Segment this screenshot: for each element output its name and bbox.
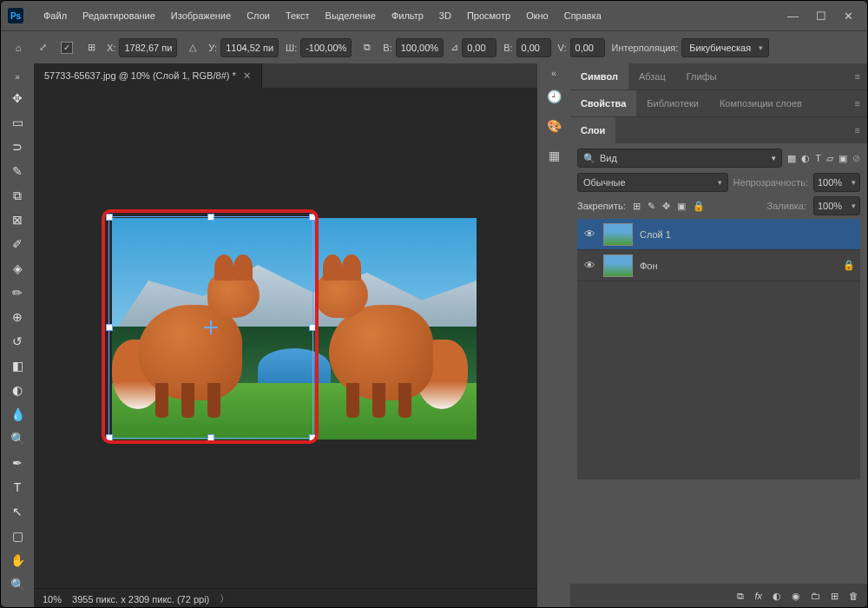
handle-bot-left[interactable] (106, 434, 113, 441)
handle-bot-right[interactable] (309, 434, 316, 441)
handle-top-left[interactable] (106, 214, 113, 221)
delete-layer-icon[interactable]: 🗑 (849, 591, 858, 601)
history-panel-icon[interactable]: 🕘 (542, 85, 565, 108)
panel-menu-icon[interactable]: ≡ (848, 71, 867, 82)
fill-input[interactable]: 100% (813, 196, 860, 215)
menu-select[interactable]: Выделение (318, 10, 384, 21)
home-icon[interactable]: ⌂ (10, 39, 27, 56)
eraser-tool-icon[interactable]: ◧ (4, 354, 30, 377)
frame-tool-icon[interactable]: ⊠ (4, 208, 30, 231)
swap-xy-icon[interactable]: △ (184, 39, 201, 56)
tab-layers[interactable]: Слои (570, 117, 615, 143)
zoom-level[interactable]: 10% (43, 594, 62, 605)
layer-filter-kind[interactable]: 🔍Вид▾ (577, 149, 782, 168)
shape-tool-icon[interactable]: ▢ (4, 525, 30, 547)
menu-image[interactable]: Изображение (163, 10, 239, 21)
layer-mask-icon[interactable]: ◐ (773, 591, 781, 602)
menu-layers[interactable]: Слои (239, 10, 278, 21)
layer-row[interactable]: 👁 Фон 🔒 (577, 250, 860, 281)
move-tool-icon[interactable]: ✥ (4, 87, 30, 109)
hand-tool-icon[interactable]: ✋ (4, 549, 30, 572)
handle-mid-right[interactable] (309, 324, 316, 331)
minimize-icon[interactable]: — (787, 10, 799, 23)
transform-center-icon[interactable] (204, 321, 218, 334)
marquee-tool-icon[interactable]: ▭ (4, 111, 30, 134)
filter-type-icon[interactable]: T (815, 153, 821, 164)
vskew-input[interactable]: 0,00 (570, 38, 605, 57)
menu-3d[interactable]: 3D (431, 10, 459, 21)
menu-help[interactable]: Справка (556, 10, 609, 21)
transform-bounding-box[interactable] (108, 216, 313, 439)
handle-top-mid[interactable] (207, 214, 214, 221)
menu-view[interactable]: Просмотр (459, 10, 518, 21)
visibility-icon[interactable]: 👁 (582, 259, 596, 272)
dodge-tool-icon[interactable]: 🔍 (4, 427, 30, 450)
color-panel-icon[interactable]: 🎨 (542, 115, 565, 137)
status-more-icon[interactable]: 〉 (220, 592, 229, 605)
tab-glyphs[interactable]: Глифы (676, 63, 727, 89)
tab-close-icon[interactable]: ✕ (243, 70, 251, 82)
visibility-icon[interactable]: 👁 (582, 228, 596, 241)
filter-smart-icon[interactable]: ▣ (838, 153, 847, 164)
handle-mid-left[interactable] (106, 324, 113, 331)
gradient-tool-icon[interactable]: ◐ (4, 379, 30, 401)
menu-edit[interactable]: Редактирование (75, 10, 163, 21)
zoom-tool-icon[interactable]: 🔍 (4, 573, 30, 596)
filter-adjust-icon[interactable]: ◐ (801, 153, 810, 164)
path-select-icon[interactable]: ↖ (4, 500, 30, 523)
layer-row[interactable]: 👁 Слой 1 (577, 219, 860, 250)
eyedropper-tool-icon[interactable]: ✐ (4, 233, 30, 255)
layer-fx-icon[interactable]: fx (754, 591, 762, 601)
link-layers-icon[interactable]: ⧉ (737, 591, 744, 602)
quick-select-tool-icon[interactable]: ✎ (4, 160, 30, 182)
menu-window[interactable]: Окно (518, 10, 556, 21)
panel-menu-icon[interactable]: ≡ (848, 125, 867, 135)
filter-toggle-icon[interactable]: ⊘ (852, 153, 860, 164)
opacity-input[interactable]: 100% (813, 173, 860, 192)
interp-select[interactable]: Бикубическая (681, 38, 769, 57)
lock-all-icon[interactable]: 🔒 (693, 201, 705, 212)
swatches-panel-icon[interactable]: ▦ (542, 144, 565, 167)
tab-paragraph[interactable]: Абзац (628, 63, 676, 89)
y-input[interactable]: 1104,52 пи (220, 38, 279, 57)
lock-artboard-icon[interactable]: ▣ (677, 201, 686, 212)
link-wh-icon[interactable]: ⧉ (358, 39, 376, 56)
canvas[interactable] (34, 88, 537, 588)
w-input[interactable]: -100,00% (300, 38, 352, 57)
checkbox-icon[interactable]: ✓ (58, 39, 76, 56)
layer-name[interactable]: Слой 1 (640, 229, 671, 240)
h-input[interactable]: 100,00% (396, 38, 444, 57)
close-icon[interactable]: ✕ (844, 10, 853, 23)
menu-text[interactable]: Текст (278, 10, 318, 21)
blend-mode-select[interactable]: Обычные (577, 173, 728, 192)
reference-point-icon[interactable]: ⊞ (82, 39, 100, 56)
history-brush-icon[interactable]: ↺ (4, 330, 30, 353)
tab-character[interactable]: Символ (570, 63, 628, 89)
clone-tool-icon[interactable]: ⊕ (4, 306, 30, 328)
menu-filter[interactable]: Фильтр (384, 10, 431, 21)
handle-bot-mid[interactable] (207, 434, 214, 441)
document-tab[interactable]: 57733-65637.jpg @ 10% (Слой 1, RGB/8#) *… (34, 63, 262, 88)
maximize-icon[interactable]: ☐ (816, 10, 826, 23)
new-layer-icon[interactable]: ⊞ (831, 591, 838, 602)
panel-menu-icon[interactable]: ≡ (848, 98, 867, 109)
handle-top-right[interactable] (309, 214, 316, 221)
x-input[interactable]: 1782,67 пи (119, 38, 177, 57)
lock-pixels-icon[interactable]: ⊞ (633, 201, 641, 212)
brush-tool-icon[interactable]: ✏ (4, 281, 30, 304)
strip-expand-icon[interactable]: « (551, 69, 556, 78)
filter-pixel-icon[interactable]: ▩ (787, 153, 796, 164)
lock-position-icon[interactable]: ✥ (662, 201, 670, 212)
filter-shape-icon[interactable]: ▱ (826, 153, 833, 164)
layer-name[interactable]: Фон (640, 261, 658, 271)
lasso-tool-icon[interactable]: ⊃ (4, 135, 30, 158)
angle-input[interactable]: 0,00 (462, 38, 496, 57)
type-tool-icon[interactable]: T (4, 476, 30, 499)
pen-tool-icon[interactable]: ✒ (4, 452, 30, 474)
healing-tool-icon[interactable]: ◈ (4, 257, 30, 280)
crop-tool-icon[interactable]: ⧉ (4, 184, 30, 207)
hskew-input[interactable]: 0,00 (516, 38, 551, 57)
group-icon[interactable]: 🗀 (811, 591, 820, 601)
tab-properties[interactable]: Свойства (570, 90, 636, 116)
menu-file[interactable]: Файл (36, 10, 75, 21)
